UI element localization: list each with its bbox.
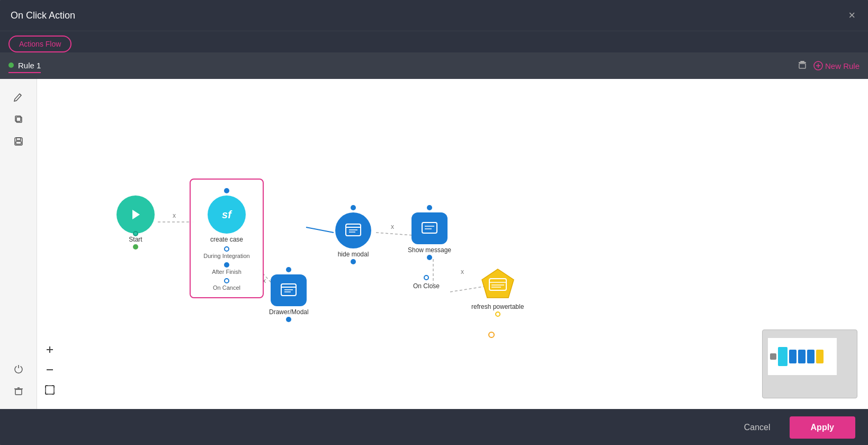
mini-show: [807, 350, 815, 363]
hide-modal-shape: [335, 212, 371, 248]
drawer-top-port: [286, 267, 291, 272]
start-node[interactable]: Start: [117, 195, 155, 250]
mini-refresh: [816, 350, 824, 363]
rule-label: Rule 1: [8, 59, 41, 73]
svg-rect-9: [16, 138, 21, 140]
drawer-shape: [271, 274, 307, 306]
flow-canvas: x x x x: [37, 79, 868, 409]
svg-rect-1: [800, 61, 804, 62]
svg-rect-44: [46, 386, 54, 394]
close-button[interactable]: ×: [846, 7, 857, 23]
svg-line-18: [376, 233, 412, 235]
refresh-powertable-node[interactable]: refresh powertable: [471, 267, 524, 317]
after-finish-connector: After Finish: [212, 262, 241, 275]
svg-text:x: x: [461, 268, 464, 275]
top-tools: [9, 87, 28, 151]
show-message-top-port: [427, 205, 432, 210]
pentagon-icon: [480, 267, 516, 301]
after-port: [224, 262, 229, 268]
message-icon: [421, 221, 438, 236]
sf-circle: sf: [208, 195, 246, 234]
mini-sf: [778, 347, 788, 366]
svg-marker-24: [132, 210, 140, 219]
svg-marker-36: [482, 269, 514, 298]
refresh-powertable-label: refresh powertable: [471, 303, 524, 310]
copy-icon: [13, 114, 24, 124]
trash-icon: [13, 386, 24, 396]
zoom-in-button[interactable]: [41, 341, 58, 358]
fit-view-button[interactable]: [41, 381, 58, 398]
svg-line-17: [306, 227, 334, 233]
fit-icon: [44, 384, 56, 396]
drawer-modal-label: Drawer/Modal: [269, 308, 309, 316]
svg-rect-0: [799, 62, 806, 63]
new-rule-button[interactable]: New Rule: [813, 61, 860, 70]
mini-start: [770, 353, 776, 360]
play-icon: [128, 207, 143, 222]
on-cancel-connector: On Cancel: [213, 278, 240, 291]
hide-modal-node[interactable]: hide modal: [335, 205, 371, 264]
zoom-in-icon: [44, 344, 56, 355]
mini-hide: [798, 350, 806, 363]
svg-text:x: x: [173, 212, 176, 219]
svg-text:x: x: [391, 223, 394, 230]
power-tool-button[interactable]: [9, 359, 28, 378]
sf-top-port: [224, 188, 229, 193]
zoom-toolbar: [41, 341, 58, 398]
rule-status-dot: [8, 63, 14, 68]
svg-point-23: [489, 332, 494, 337]
create-case-label: create case: [210, 236, 243, 243]
during-port: [224, 246, 229, 252]
on-close-node: On Close: [413, 275, 440, 290]
rule-actions: New Rule: [798, 60, 860, 72]
hide-modal-bottom-port: [351, 259, 356, 264]
mini-map: [762, 330, 857, 398]
after-label: After Finish: [212, 269, 241, 275]
zoom-out-icon: [44, 364, 56, 376]
rule-name: Rule 1: [18, 61, 41, 70]
hide-modal-top-port: [351, 205, 356, 210]
create-case-node[interactable]: sf create case During Integration After …: [190, 179, 264, 298]
svg-rect-10: [16, 141, 21, 144]
on-close-port: [424, 275, 429, 280]
start-node-label: Start: [129, 236, 142, 243]
new-rule-label: New Rule: [825, 61, 860, 70]
left-toolbar: [0, 79, 37, 409]
svg-rect-33: [422, 222, 437, 233]
show-message-node[interactable]: Show message: [408, 205, 451, 260]
refresh-bottom-port: [495, 312, 500, 317]
apply-button[interactable]: Apply: [790, 416, 855, 439]
modal-title: On Click Action: [11, 10, 75, 21]
edit-tool-button[interactable]: [9, 87, 28, 106]
connections-svg: x x x x: [37, 79, 868, 409]
show-message-label: Show message: [408, 246, 451, 254]
actions-flow-tab[interactable]: Actions Flow: [8, 35, 71, 52]
mini-drawer: [789, 350, 797, 363]
modal-container: On Click Action × Actions Flow Rule 1: [0, 0, 868, 445]
save-tool-button[interactable]: [9, 132, 28, 151]
mini-map-inner: [768, 338, 837, 375]
plus-circle-icon: [813, 61, 823, 70]
tab-bar: Actions Flow: [0, 31, 868, 52]
pencil-icon: [13, 92, 24, 102]
bottom-tools: [9, 359, 28, 400]
rule-delete-button[interactable]: [798, 60, 807, 72]
on-close-label: On Close: [413, 282, 440, 290]
drawer-icon: [280, 283, 297, 298]
trash-tool-button[interactable]: [9, 381, 28, 400]
show-message-shape: [411, 212, 448, 244]
during-label: During Integration: [203, 253, 249, 259]
copy-tool-button[interactable]: [9, 110, 28, 129]
cancel-port: [224, 278, 229, 283]
cancel-button[interactable]: Cancel: [733, 417, 781, 438]
modal-icon: [345, 223, 362, 238]
delete-icon: [798, 60, 807, 69]
canvas-area: x x x x: [0, 79, 868, 409]
zoom-out-button[interactable]: [41, 361, 58, 378]
drawer-modal-node[interactable]: Drawer/Modal: [269, 267, 309, 322]
svg-rect-2: [799, 64, 806, 68]
hide-modal-label: hide modal: [338, 251, 369, 258]
modal-header: On Click Action ×: [0, 0, 868, 31]
show-message-bottom-port: [427, 255, 432, 260]
footer-bar: Cancel Apply: [0, 409, 868, 445]
